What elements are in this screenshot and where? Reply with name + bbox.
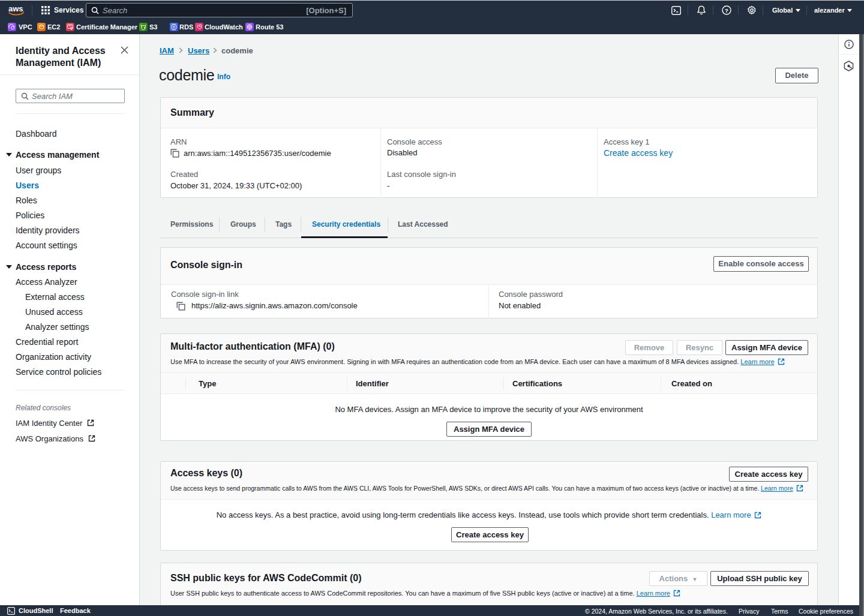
svg-text:?: ?	[725, 7, 728, 14]
svg-text:aws: aws	[8, 4, 23, 13]
